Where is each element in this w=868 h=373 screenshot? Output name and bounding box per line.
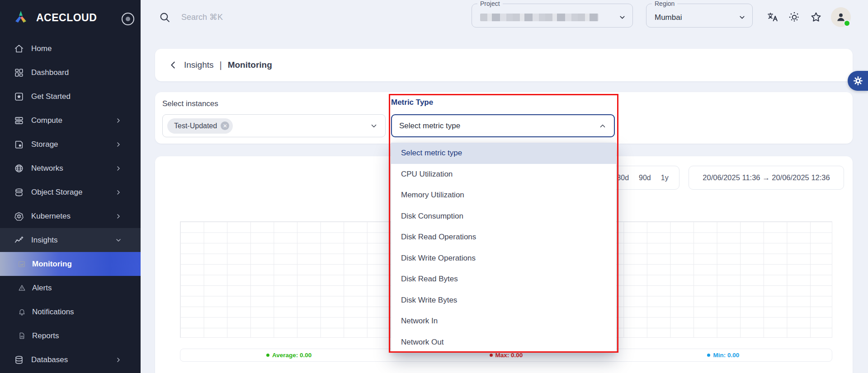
notifications-icon bbox=[17, 308, 26, 316]
sidebar-item-label: Compute bbox=[31, 116, 62, 125]
chevron-right-icon bbox=[115, 356, 122, 364]
sidebar-item-label: Databases bbox=[31, 355, 68, 364]
metric-type-label: Metric Type bbox=[391, 98, 433, 107]
sidebar-item-alerts[interactable]: Alerts bbox=[0, 276, 141, 300]
sidebar-item-label: Networks bbox=[31, 164, 63, 173]
sidebar-item-databases[interactable]: Databases bbox=[0, 348, 141, 372]
legend-max-label: Max: 0.00 bbox=[495, 352, 523, 359]
chevron-right-icon bbox=[115, 165, 122, 172]
dropdown-option[interactable]: Select metric type bbox=[391, 143, 616, 164]
dropdown-option[interactable]: Disk Read Operations bbox=[391, 227, 616, 248]
sidebar-item-label: Dashboard bbox=[31, 68, 69, 77]
alerts-icon bbox=[17, 284, 26, 292]
back-button[interactable] bbox=[168, 60, 178, 70]
dropdown-option[interactable]: Network Out bbox=[391, 332, 616, 353]
legend-min-label: Min: 0.00 bbox=[713, 352, 739, 359]
sidebar-item-insights[interactable]: Insights bbox=[0, 228, 141, 252]
sidebar-item-label: Insights bbox=[31, 236, 58, 245]
sidebar-item-label: Reports bbox=[32, 331, 59, 340]
brand-header: ACECLOUD bbox=[0, 0, 141, 35]
date-range-value: 20/06/2025 11:36 → 20/06/2025 12:36 bbox=[703, 173, 830, 182]
dropdown-option[interactable]: Disk Write Operations bbox=[391, 248, 616, 269]
app-window: ACECLOUD Home Dashboard Get Started bbox=[0, 0, 868, 373]
chevron-right-icon bbox=[115, 213, 122, 220]
date-range-picker[interactable]: 20/06/2025 11:36 → 20/06/2025 12:36 bbox=[689, 166, 844, 190]
time-range-group: 30d 90d 1y bbox=[606, 166, 679, 190]
instances-select[interactable]: Test-Updated ✕ bbox=[162, 114, 386, 137]
sidebar-item-get-started[interactable]: Get Started bbox=[0, 84, 141, 108]
get-started-icon bbox=[14, 92, 24, 102]
chevron-left-icon bbox=[168, 60, 178, 70]
compute-icon bbox=[14, 116, 24, 126]
home-icon bbox=[14, 44, 24, 54]
filters-card: Select instances Test-Updated ✕ Metric T… bbox=[155, 92, 853, 144]
kubernetes-icon bbox=[14, 211, 24, 221]
chevron-right-icon bbox=[115, 141, 122, 148]
dropdown-option[interactable]: Disk Read Bytes bbox=[391, 269, 616, 290]
storage-icon bbox=[14, 140, 24, 149]
chevron-right-icon bbox=[115, 117, 122, 124]
sidebar-item-label: Notifications bbox=[32, 308, 74, 317]
sidebar-item-home[interactable]: Home bbox=[0, 37, 141, 61]
metric-type-select[interactable]: Select metric type bbox=[391, 114, 615, 137]
sidebar-item-reports[interactable]: Reports bbox=[0, 324, 141, 348]
sidebar-item-storage[interactable]: Storage bbox=[0, 132, 141, 156]
sidebar-item-label: Home bbox=[31, 44, 52, 53]
breadcrumb-divider: | bbox=[219, 60, 222, 70]
time-range-90d[interactable]: 90d bbox=[634, 174, 656, 182]
breadcrumb-card: Insights | Monitoring bbox=[155, 49, 853, 81]
reports-icon bbox=[17, 332, 26, 340]
chevron-up-icon bbox=[599, 122, 607, 130]
instance-chip-label: Test-Updated bbox=[174, 122, 217, 130]
monitoring-icon bbox=[17, 260, 26, 268]
breadcrumb: Insights | Monitoring bbox=[155, 49, 853, 81]
settings-fab-button[interactable] bbox=[848, 71, 868, 91]
sidebar-item-dashboard[interactable]: Dashboard bbox=[0, 61, 141, 84]
acecloud-logo-icon bbox=[12, 9, 30, 27]
dropdown-option[interactable]: CPU Utilization bbox=[391, 164, 616, 185]
sidebar-item-networks[interactable]: Networks bbox=[0, 156, 141, 180]
breadcrumb-parent[interactable]: Insights bbox=[184, 60, 213, 70]
gear-icon bbox=[853, 75, 863, 86]
sidebar: ACECLOUD Home Dashboard Get Started bbox=[0, 0, 141, 373]
sidebar-item-label: Alerts bbox=[32, 284, 52, 293]
chevron-right-icon bbox=[115, 189, 122, 196]
metric-type-value: Select metric type bbox=[399, 121, 460, 131]
sidebar-item-label: Storage bbox=[31, 140, 58, 149]
dashboard-icon bbox=[14, 68, 24, 78]
insights-icon bbox=[14, 235, 24, 245]
sidebar-item-notifications[interactable]: Notifications bbox=[0, 300, 141, 324]
legend-average: Average: 0.00 bbox=[180, 349, 397, 361]
dropdown-option[interactable]: Disk Write Bytes bbox=[391, 290, 616, 311]
sidebar-item-compute[interactable]: Compute bbox=[0, 108, 141, 132]
networks-icon bbox=[14, 163, 24, 173]
brand-name: ACECLOUD bbox=[36, 12, 97, 24]
main-content: Insights | Monitoring Select instances T… bbox=[141, 0, 868, 373]
instance-chip[interactable]: Test-Updated ✕ bbox=[167, 118, 233, 134]
legend-min: Min: 0.00 bbox=[615, 349, 832, 361]
sidebar-item-object-storage[interactable]: Object Storage bbox=[0, 180, 141, 204]
legend-dot-min-icon bbox=[707, 354, 710, 357]
sidebar-nav: Home Dashboard Get Started Compute bbox=[0, 37, 141, 372]
sidebar-collapse-toggle[interactable] bbox=[122, 13, 134, 25]
sidebar-item-label: Get Started bbox=[31, 92, 71, 101]
instances-label: Select instances bbox=[162, 99, 218, 108]
dropdown-option[interactable]: Network In bbox=[391, 311, 616, 332]
databases-icon bbox=[14, 355, 24, 365]
chevron-down-icon bbox=[370, 122, 378, 130]
legend-average-label: Average: 0.00 bbox=[272, 352, 311, 359]
legend-dot-max-icon bbox=[490, 354, 493, 357]
dropdown-option[interactable]: Memory Utilization bbox=[391, 185, 616, 206]
sidebar-item-kubernetes[interactable]: Kubernetes bbox=[0, 204, 141, 228]
time-range-1y[interactable]: 1y bbox=[656, 174, 674, 182]
sidebar-item-monitoring[interactable]: Monitoring bbox=[0, 252, 141, 276]
sidebar-item-label: Monitoring bbox=[32, 260, 72, 269]
object-storage-icon bbox=[14, 187, 24, 197]
sidebar-item-label: Object Storage bbox=[31, 188, 82, 197]
chevron-down-icon bbox=[115, 237, 122, 244]
sidebar-item-label: Kubernetes bbox=[31, 212, 71, 221]
metric-type-dropdown: Select metric type CPU Utilization Memor… bbox=[391, 143, 616, 353]
chip-remove-icon[interactable]: ✕ bbox=[221, 121, 229, 130]
dropdown-option[interactable]: Disk Consumption bbox=[391, 206, 616, 227]
legend-dot-average-icon bbox=[266, 354, 269, 357]
